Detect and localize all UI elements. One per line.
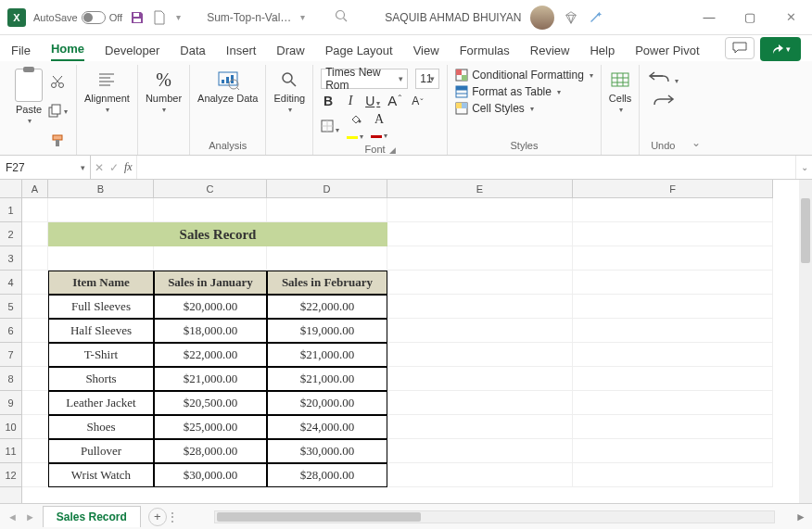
table-cell[interactable]: $18,000.00	[154, 319, 267, 343]
table-cell[interactable]: Half Sleeves	[48, 319, 154, 343]
scroll-thumb[interactable]	[801, 198, 810, 263]
col-header[interactable]: A	[22, 180, 48, 198]
table-cell[interactable]: Wrist Watch	[48, 463, 154, 487]
table-cell[interactable]: $19,000.00	[267, 319, 387, 343]
filename-dropdown-icon[interactable]: ▾	[300, 12, 305, 22]
row-header[interactable]: 12	[0, 463, 21, 487]
table-header[interactable]: Sales in February	[267, 271, 387, 295]
add-sheet-button[interactable]: +	[148, 508, 167, 526]
table-cell[interactable]: $21,000.00	[267, 343, 387, 367]
expand-formula-bar-icon[interactable]: ⌄	[795, 156, 812, 179]
font-launcher-icon[interactable]: ◢	[389, 145, 396, 155]
toggle-off-icon[interactable]	[82, 11, 106, 24]
table-cell[interactable]: Shorts	[48, 367, 154, 391]
table-cell[interactable]: $22,000.00	[154, 343, 267, 367]
vertical-scrollbar[interactable]	[799, 180, 812, 503]
save-icon[interactable]	[130, 10, 145, 25]
row-header[interactable]: 9	[0, 391, 21, 415]
select-all-corner[interactable]	[0, 180, 22, 198]
maximize-button[interactable]: ▢	[736, 4, 764, 31]
fill-color-button[interactable]: ▾	[347, 112, 363, 142]
tab-draw[interactable]: Draw	[276, 44, 304, 61]
tab-developer[interactable]: Developer	[105, 44, 159, 61]
col-header[interactable]: E	[387, 180, 573, 198]
file-name[interactable]: Sum-Top-n-Val…	[207, 11, 291, 24]
paste-button[interactable]: Paste ▾	[15, 69, 43, 125]
row-header[interactable]: 7	[0, 343, 21, 367]
sheet-title[interactable]: Sales Record	[48, 222, 387, 246]
row-header[interactable]: 4	[0, 271, 21, 295]
conditional-formatting-button[interactable]: Conditional Formatting▾	[455, 69, 593, 82]
row-header[interactable]: 3	[0, 246, 21, 271]
comments-button[interactable]	[725, 37, 755, 59]
table-cell[interactable]: $20,000.00	[154, 295, 267, 319]
table-cell[interactable]: $21,000.00	[267, 367, 387, 391]
italic-button[interactable]: I	[343, 94, 358, 108]
tab-help[interactable]: Help	[590, 44, 615, 61]
table-cell[interactable]: $30,000.00	[267, 439, 387, 463]
row-header[interactable]: 1	[0, 198, 21, 222]
tab-page-layout[interactable]: Page Layout	[325, 44, 393, 61]
col-header[interactable]: C	[154, 180, 267, 198]
tab-data[interactable]: Data	[180, 44, 205, 61]
col-header[interactable]: F	[573, 180, 773, 198]
tab-review[interactable]: Review	[530, 44, 570, 61]
table-cell[interactable]: $25,000.00	[154, 415, 267, 439]
table-cell[interactable]: Leather Jacket	[48, 391, 154, 415]
search-icon[interactable]	[335, 9, 348, 25]
table-cell[interactable]: $21,000.00	[154, 367, 267, 391]
table-header[interactable]: Item Name	[48, 271, 154, 295]
row-header[interactable]: 11	[0, 439, 21, 463]
cut-icon[interactable]	[46, 70, 69, 93]
horizontal-scrollbar[interactable]	[214, 510, 775, 523]
redo-button[interactable]	[650, 92, 676, 109]
cells-area[interactable]: Sales Record Item Name Sales in January …	[22, 198, 812, 503]
tab-view[interactable]: View	[413, 44, 439, 61]
format-painter-icon[interactable]	[46, 130, 69, 152]
collapse-ribbon-icon[interactable]: ⌄	[686, 131, 706, 155]
tab-formulas[interactable]: Formulas	[460, 44, 510, 61]
borders-button[interactable]: ▾	[321, 120, 339, 135]
diamond-icon[interactable]	[564, 10, 578, 25]
font-color-button[interactable]: A▾	[371, 112, 387, 142]
table-cell[interactable]: Pullover	[48, 439, 154, 463]
underline-button[interactable]: U▾	[365, 94, 380, 108]
tab-insert[interactable]: Insert	[226, 44, 257, 61]
doc-icon[interactable]	[152, 10, 167, 25]
account-name[interactable]: SAQUIB AHMAD BHUIYAN	[385, 11, 521, 24]
table-cell[interactable]: $24,000.00	[267, 415, 387, 439]
row-header[interactable]: 6	[0, 319, 21, 343]
cells-button[interactable]: Cells▾	[609, 69, 631, 114]
row-header[interactable]: 2	[0, 222, 21, 246]
font-size-combo[interactable]: 11	[415, 69, 439, 89]
tab-power-pivot[interactable]: Power Pivot	[635, 44, 699, 61]
scroll-right-icon[interactable]: ►	[790, 510, 812, 523]
row-header[interactable]: 5	[0, 295, 21, 319]
autosave-toggle[interactable]: AutoSave Off	[33, 11, 122, 24]
sheet-tab[interactable]: Sales Record	[43, 506, 141, 527]
table-cell[interactable]: $20,500.00	[154, 391, 267, 415]
increase-font-button[interactable]: A⌃	[387, 93, 403, 108]
table-cell[interactable]: $30,000.00	[154, 463, 267, 487]
table-cell[interactable]: Full Sleeves	[48, 295, 154, 319]
tab-home[interactable]: Home	[51, 42, 84, 61]
table-cell[interactable]: $20,000.00	[267, 391, 387, 415]
fx-icon[interactable]: fx	[124, 160, 133, 174]
prev-sheet-icon[interactable]: ◄	[7, 511, 18, 523]
table-cell[interactable]: T-Shirt	[48, 343, 154, 367]
row-header[interactable]: 8	[0, 367, 21, 391]
alignment-button[interactable]: Alignment▾	[84, 69, 130, 114]
bold-button[interactable]: B	[321, 94, 336, 108]
scroll-thumb[interactable]	[217, 512, 421, 522]
table-cell[interactable]: $22,000.00	[267, 295, 387, 319]
format-as-table-button[interactable]: Format as Table▾	[455, 85, 561, 98]
editing-button[interactable]: Editing▾	[273, 69, 305, 114]
share-button[interactable]: ▾	[760, 37, 801, 61]
col-header[interactable]: B	[48, 180, 154, 198]
enter-formula-icon[interactable]: ✓	[109, 161, 119, 174]
next-sheet-icon[interactable]: ►	[25, 511, 35, 523]
number-button[interactable]: % Number▾	[146, 69, 182, 114]
analyze-data-button[interactable]: Analyze Data	[197, 69, 258, 104]
name-box[interactable]: F27	[0, 156, 91, 179]
col-header[interactable]: D	[267, 180, 387, 198]
